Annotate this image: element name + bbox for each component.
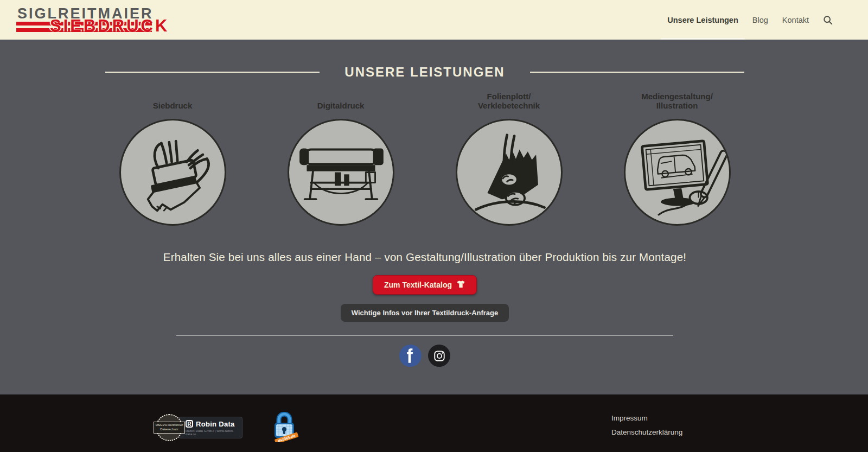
site-logo[interactable]: SIGLREITMAIER SIEBDRUCK [16,4,179,36]
main-nav: Unsere Leistungen Blog Kontakt [666,0,833,40]
screenprint-squeegee-illustration [119,119,226,226]
foil-application-illustration [456,119,563,226]
main-content: UNSERE LEISTUNGEN Siebdruck [0,40,868,394]
textil-katalog-button[interactable]: Zum Textil-Katalog [373,275,477,295]
nav-item-blog[interactable]: Blog [751,0,769,40]
tagline: Erhalten Sie bei uns alles aus einer Han… [88,251,761,264]
datenschutz-link[interactable]: Datenschutzerklärung [611,428,682,436]
service-siebdruck: Siebdruck [88,87,257,226]
site-footer: DSGVO-konformer Datenschutz R Robin Data… [0,394,868,452]
social-links [88,345,761,367]
service-title: Mediengestaltung/ Illustration [641,87,713,110]
site-header: SIGLREITMAIER SIEBDRUCK Unsere Leistunge… [0,0,868,40]
tshirt-icon [456,280,465,290]
robin-data-subtext: Robin Data GmbH | www.robin-data.io [186,429,242,436]
section-title-row: UNSERE LEISTUNGEN [88,40,761,80]
search-icon[interactable] [823,15,833,25]
service-title: Siebdruck [153,87,193,110]
large-format-printer-illustration [288,119,394,226]
robin-data-brand: Robin Data [196,420,235,428]
title-divider-right [530,72,744,73]
textildruck-info-button[interactable]: Wichtige Infos vor Ihrer Textildruck-Anf… [341,304,509,322]
robin-data-panel: R Robin Data Robin Data GmbH | www.robin… [178,417,242,438]
page-title: UNSERE LEISTUNGEN [344,65,505,80]
service-folienplott: Folienplott/ Verklebetechnik [425,87,593,226]
robin-data-badge[interactable]: DSGVO-konformer Datenschutz R Robin Data… [156,414,242,441]
footer-links: Impressum Datenschutzerklärung [611,414,682,442]
logo-text-bottom: SIEBDRUCK [50,16,169,36]
title-divider-left [105,72,320,73]
facebook-icon[interactable] [399,345,422,367]
instagram-icon[interactable] [428,345,450,367]
nav-item-kontakt[interactable]: Kontakt [781,0,810,40]
services-row: Siebdruck [88,87,761,226]
impressum-link[interactable]: Impressum [611,414,682,422]
robin-data-logo-icon: R [186,420,193,428]
dsgvo-seal-icon: DSGVO-konformer Datenschutz [156,414,183,441]
service-title: Digitaldruck [317,87,365,110]
catalog-button-label: Zum Textil-Katalog [384,281,452,289]
dsz365-lock-badge[interactable]: dsz365.de [270,412,298,444]
nav-item-unsere-leistungen[interactable]: Unsere Leistungen [666,0,739,40]
service-digitaldruck: Digitaldruck [257,87,425,226]
service-mediengestaltung: Mediengestaltung/ Illustration [593,87,761,226]
service-title: Folienplott/ Verklebetechnik [478,87,540,110]
content-divider [176,335,673,336]
monitor-design-illustration [624,119,731,226]
